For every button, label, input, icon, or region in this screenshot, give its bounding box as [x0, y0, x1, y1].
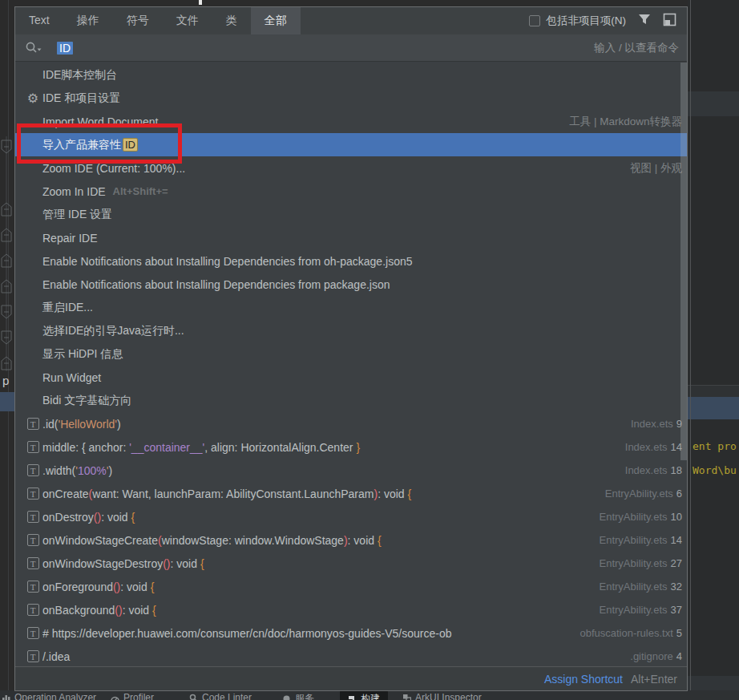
text-search-icon: T — [27, 488, 39, 500]
status-bar-item[interactable]: Operation Analyzer — [2, 692, 96, 700]
status-bar: Operation AnalyzerProfilerCode Linter服务构… — [0, 690, 739, 700]
file-reference: EntryAbility.ets37 — [600, 604, 682, 616]
open-in-window-button[interactable] — [663, 13, 676, 30]
action-label: Enable Notifications about Installing De… — [42, 255, 413, 268]
checkbox-box[interactable] — [529, 15, 540, 26]
tab-text[interactable]: Text — [15, 7, 63, 34]
tab-symbols[interactable]: 符号 — [113, 7, 163, 34]
code-segment: } — [356, 441, 360, 454]
text-search-icon-box: T — [23, 464, 42, 476]
status-bar-item-label: Profiler — [123, 692, 154, 700]
filter-button[interactable] — [638, 13, 651, 29]
text-result-row[interactable]: TonCreate(want: Want, launchParam: Abili… — [15, 482, 687, 505]
status-bar-item[interactable]: ArkUI Inspector — [402, 692, 482, 700]
action-row[interactable]: 显示 HiDPI 信息 — [15, 342, 687, 366]
action-row[interactable]: IDE脚本控制台 — [15, 63, 687, 87]
status-bar-item[interactable]: 构建 — [340, 690, 388, 700]
text-search-icon-box: T — [23, 511, 42, 523]
code-segment: () — [115, 604, 122, 617]
include-non-project-checkbox[interactable]: 包括非项目项(N) — [529, 14, 626, 28]
text-result-row[interactable]: T/.idea.gitignore4 — [15, 645, 687, 666]
action-context: 视图 | 外观 — [630, 161, 682, 176]
background-right-strip: ent pro Word\bu — [688, 0, 739, 700]
assign-shortcut-link[interactable]: Assign Shortcut — [544, 673, 623, 686]
text-result-row[interactable]: TonWindowStageCreate(windowStage: window… — [15, 528, 687, 552]
code-segment: { — [151, 581, 155, 593]
search-field[interactable]: ID 输入 / 以查看命令 — [15, 34, 687, 62]
analyzer-icon — [2, 694, 10, 700]
action-shortcut: Alt+Shift+= — [113, 185, 168, 197]
list-scrollbar-thumb[interactable] — [680, 63, 687, 460]
action-row[interactable]: Enable Notifications about Installing De… — [15, 249, 687, 273]
result-code: # https://developer.huawei.com/consumer/… — [42, 627, 571, 640]
status-bar-item[interactable]: Profiler — [111, 692, 154, 700]
action-row[interactable]: 重启IDE... — [15, 296, 687, 319]
result-code: .width('100%') — [42, 464, 617, 477]
action-label: Run Widget — [42, 371, 101, 384]
background-selection-left — [0, 392, 14, 411]
inspector-icon — [402, 694, 411, 700]
status-bar-item[interactable]: Code Linter — [189, 692, 252, 700]
result-code: middle: { anchor: '__container__', align… — [42, 441, 617, 454]
background-left-strip: p — [0, 0, 14, 700]
text-result-row[interactable]: T.width('100%')Index.ets18 — [15, 459, 687, 482]
build-icon — [348, 694, 357, 700]
file-name: EntryAbility.ets — [600, 511, 668, 523]
file-reference: Index.ets9 — [631, 418, 682, 430]
action-row[interactable]: ⚙IDE 和项目设置 — [15, 87, 687, 110]
status-bar-item-label: 服务 — [295, 692, 314, 700]
tab-files[interactable]: 文件 — [163, 7, 212, 34]
action-row[interactable]: 管理 IDE 设置 — [15, 203, 687, 226]
tab-all[interactable]: 全部 — [251, 7, 301, 34]
action-row[interactable]: Bidi 文字基础方向 — [15, 389, 687, 412]
code-segment: () — [113, 581, 120, 593]
text-search-icon: T — [27, 418, 39, 430]
text-result-row[interactable]: TonDestroy(): void {EntryAbility.ets10 — [15, 505, 687, 528]
code-segment: 100% — [78, 464, 107, 477]
status-bar-item[interactable]: 服务 — [282, 692, 314, 700]
tab-actions[interactable]: 操作 — [63, 7, 113, 34]
code-segment: { — [378, 534, 382, 547]
text-result-row[interactable]: T.id('HelloWorld')Index.ets9 — [15, 412, 687, 435]
footer-shortcut: Alt+Enter — [631, 673, 677, 686]
action-row[interactable]: Zoom In IDEAlt+Shift+= — [15, 180, 687, 203]
file-name: EntryAbility.ets — [600, 604, 668, 616]
text-result-row[interactable]: TonForeground(): void {EntryAbility.ets3… — [15, 575, 687, 598]
action-row[interactable]: 选择IDE的引导Java运行时... — [15, 319, 687, 342]
file-name: .gitignore — [630, 650, 672, 662]
text-search-icon: T — [27, 441, 39, 453]
file-reference: EntryAbility.ets6 — [605, 488, 682, 500]
code-segment: 'HelloWorld' — [58, 418, 117, 431]
text-result-row[interactable]: T# https://developer.huawei.com/consumer… — [15, 621, 687, 645]
search-everywhere-dialog: Text操作符号文件类全部 包括非项目项(N) — [14, 6, 688, 691]
action-row[interactable]: Run Widget — [15, 366, 687, 389]
code-segment: onWindowStageCreate — [42, 534, 158, 547]
text-search-icon-box: T — [23, 488, 42, 500]
code-segment: () — [163, 557, 170, 570]
background-artifact — [199, 0, 202, 5]
code-segment: : void — [101, 511, 131, 524]
gear-icon: ⚙ — [27, 92, 38, 105]
status-bar-item-label: ArkUI Inspector — [415, 692, 482, 700]
code-segment: { — [152, 604, 156, 617]
tab-classes[interactable]: 类 — [212, 7, 251, 34]
code-segment: , align: HorizontalAlign.Center — [204, 441, 356, 454]
action-row[interactable]: Enable Notifications about Installing De… — [15, 273, 687, 296]
text-result-row[interactable]: Tmiddle: { anchor: '__container__', alig… — [15, 435, 687, 459]
search-query: ID — [57, 42, 73, 55]
text-result-row[interactable]: TonBackground(): void {EntryAbility.ets3… — [15, 598, 687, 621]
action-label: Bidi 文字基础方向 — [42, 394, 131, 408]
file-reference: .gitignore4 — [630, 650, 682, 662]
line-number: 5 — [676, 627, 682, 639]
text-search-icon-box: T — [23, 534, 42, 546]
file-name: Index.ets — [631, 418, 673, 430]
footer: Assign Shortcut Alt+Enter — [15, 666, 687, 690]
action-row[interactable]: Repair IDE — [15, 226, 687, 249]
text-result-row[interactable]: TonWindowStageDestroy(): void {EntryAbil… — [15, 552, 687, 575]
code-segment: ) — [117, 418, 121, 431]
code-segment: : void — [171, 557, 200, 570]
text-search-icon: T — [27, 581, 39, 593]
file-name: EntryAbility.ets — [600, 534, 668, 546]
code-segment: windowStage: window.WindowStage — [162, 534, 344, 547]
file-reference: EntryAbility.ets32 — [600, 581, 682, 593]
